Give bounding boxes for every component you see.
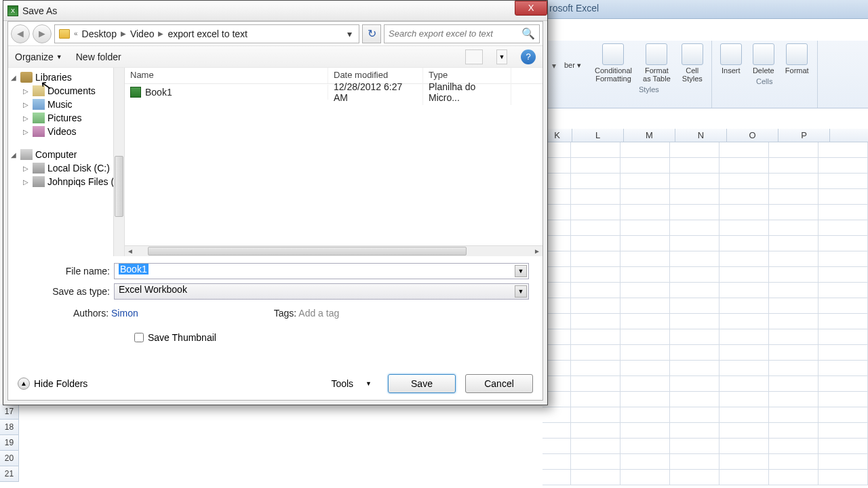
row-header[interactable]: 20 — [0, 451, 19, 466]
file-date: 12/28/2012 6:27 AM — [328, 79, 423, 105]
expand-icon[interactable]: ▷ — [23, 165, 30, 172]
conditional-formatting-button[interactable]: Conditional Formatting — [592, 42, 635, 84]
file-row[interactable]: Book1 12/28/2012 6:27 AM Planilha do Mic… — [125, 84, 542, 100]
excel-grid[interactable]: K L M N O P — [542, 129, 868, 488]
ribbon-misc[interactable]: ▾ — [549, 41, 559, 108]
breadcrumb-prefix: « — [74, 30, 78, 37]
search-icon[interactable]: 🔍 — [521, 27, 535, 40]
col-header[interactable]: L — [572, 129, 624, 142]
insert-button[interactable]: Insert — [717, 42, 745, 76]
dialog-toolbar: Organize ▼ New folder ▼ ? — [8, 46, 542, 68]
scroll-left-icon[interactable]: ◄ — [125, 247, 136, 255]
col-name[interactable]: Name — [125, 68, 328, 83]
file-list[interactable]: Name Date modified Type Book1 12/28/2012… — [125, 68, 542, 256]
disk-icon — [33, 176, 45, 187]
collapse-icon[interactable]: ◢ — [11, 151, 18, 159]
breadcrumb-dropdown[interactable]: ▾ — [344, 28, 355, 39]
tools-menu[interactable]: Tools▼ — [331, 378, 378, 389]
tree-localdisk[interactable]: ▷Local Disk (C:) — [8, 161, 124, 175]
ribbon-group-label: Cells — [756, 77, 772, 85]
scroll-right-icon[interactable]: ► — [532, 247, 542, 255]
libraries-icon — [20, 72, 33, 83]
music-icon — [33, 99, 45, 110]
col-header[interactable]: P — [778, 129, 830, 142]
savetype-label: Save as type: — [49, 286, 114, 297]
dialog-titlebar[interactable]: X Save As — [3, 1, 547, 21]
scrollbar-thumb[interactable] — [115, 156, 123, 217]
col-header[interactable]: O — [727, 129, 778, 142]
expand-icon[interactable]: ▷ — [23, 115, 30, 122]
nav-bar: ◄ ► « Desktop ▶ Video ▶ export excel to … — [8, 22, 542, 46]
computer-icon — [20, 149, 33, 160]
file-list-hscroll[interactable]: ◄ ► — [125, 245, 542, 256]
folder-tree[interactable]: ◢Libraries ▷Documents ▷Music ▷Pictures ▷… — [8, 68, 125, 256]
row-header[interactable]: 21 — [0, 466, 19, 482]
chevron-up-icon: ▲ — [18, 378, 30, 390]
ribbon-group-cells: Insert Delete Format Cells — [712, 41, 818, 108]
tree-pictures[interactable]: ▷Pictures — [8, 111, 124, 125]
refresh-button[interactable]: ↻ — [362, 24, 381, 43]
breadcrumb-item[interactable]: export excel to text — [167, 28, 248, 39]
row-header[interactable]: 19 — [0, 435, 19, 451]
col-header[interactable]: M — [624, 129, 675, 142]
tree-music[interactable]: ▷Music — [8, 98, 124, 111]
search-box[interactable]: 🔍 — [384, 24, 540, 43]
disk-icon — [33, 163, 45, 174]
tags-input[interactable]: Add a tag — [298, 308, 339, 319]
tree-libraries[interactable]: ◢Libraries — [8, 70, 124, 84]
delete-button[interactable]: Delete — [750, 42, 777, 76]
breadcrumb-item[interactable]: Video — [130, 28, 155, 39]
file-type: Planilha do Micro... — [423, 79, 511, 105]
row-header[interactable]: 18 — [0, 420, 19, 435]
expand-icon[interactable]: ▷ — [23, 128, 30, 136]
row-headers-bottom: 17 18 19 20 21 — [0, 404, 20, 482]
ribbon-misc2[interactable]: ber ▾ — [559, 41, 587, 108]
save-as-dialog: X Save As X ◄ ► « Desktop ▶ Video ▶ expo… — [3, 0, 548, 405]
filename-dropdown[interactable]: ▼ — [515, 265, 527, 277]
excel-file-icon — [130, 87, 141, 98]
expand-icon[interactable]: ▷ — [23, 101, 30, 108]
expand-icon[interactable]: ▷ — [23, 87, 30, 95]
row-header[interactable]: 17 — [0, 404, 19, 420]
excel-titlebar: rosoft Excel — [542, 0, 868, 19]
tree-videos[interactable]: ▷Videos — [8, 125, 124, 138]
breadcrumb-item[interactable]: Desktop — [82, 28, 117, 39]
chevron-right-icon: ▶ — [121, 30, 126, 37]
col-header[interactable]: N — [675, 129, 727, 142]
help-button[interactable]: ? — [521, 49, 536, 64]
expand-icon[interactable]: ▷ — [23, 178, 30, 186]
close-button[interactable]: X — [515, 1, 547, 16]
cell-styles-button[interactable]: Cell Styles — [679, 42, 706, 84]
view-button[interactable] — [465, 49, 483, 64]
file-name: Book1 — [145, 87, 172, 98]
excel-icon: X — [7, 5, 18, 16]
pictures-icon — [33, 113, 45, 123]
forward-button[interactable]: ► — [33, 24, 52, 43]
savetype-combo[interactable]: Excel Workbook▼ — [114, 283, 529, 300]
save-button[interactable]: Save — [388, 374, 456, 393]
breadcrumb[interactable]: « Desktop ▶ Video ▶ export excel to text… — [54, 24, 359, 43]
scrollbar-thumb[interactable] — [148, 247, 467, 256]
filename-input[interactable]: Book1▼ — [114, 263, 529, 279]
collapse-icon[interactable]: ◢ — [11, 74, 18, 81]
tree-documents[interactable]: ▷Documents — [8, 84, 124, 98]
organize-menu[interactable]: Organize ▼ — [15, 52, 62, 62]
tree-computer[interactable]: ◢Computer — [8, 148, 124, 161]
authors-label: Authors: — [73, 308, 108, 319]
tree-johnpiqs[interactable]: ▷Johnpiqs Files (. — [8, 175, 124, 188]
hide-folders-button[interactable]: ▲ Hide Folders — [18, 378, 87, 390]
view-dropdown[interactable]: ▼ — [496, 49, 507, 64]
tree-scrollbar[interactable] — [113, 68, 124, 256]
authors-value[interactable]: Simon — [111, 308, 138, 319]
savetype-dropdown[interactable]: ▼ — [515, 285, 527, 298]
format-button[interactable]: Format — [783, 42, 812, 76]
new-folder-button[interactable]: New folder — [76, 52, 121, 62]
search-input[interactable] — [389, 28, 521, 39]
format-as-table-button[interactable]: Format as Table — [640, 42, 673, 84]
back-button[interactable]: ◄ — [11, 24, 30, 43]
filename-label: File name: — [49, 266, 114, 277]
cancel-button[interactable]: Cancel — [465, 374, 533, 393]
save-thumbnail-checkbox[interactable] — [134, 333, 144, 342]
excel-ribbon: ▾ ber ▾ Conditional Formatting Format as… — [542, 41, 868, 108]
chevron-right-icon: ▶ — [158, 30, 163, 37]
